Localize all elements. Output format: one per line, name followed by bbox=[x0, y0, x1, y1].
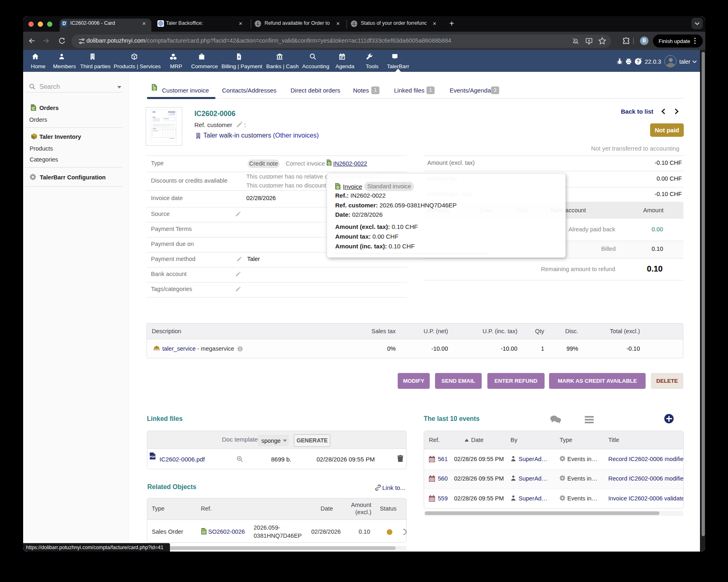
svg-text:PDF: PDF bbox=[150, 455, 155, 458]
svg-text:$: $ bbox=[328, 162, 330, 165]
svg-text:?: ? bbox=[637, 59, 640, 65]
svg-text:$: $ bbox=[337, 186, 339, 189]
svg-text:$: $ bbox=[238, 55, 240, 59]
svg-text:$: $ bbox=[154, 87, 155, 90]
